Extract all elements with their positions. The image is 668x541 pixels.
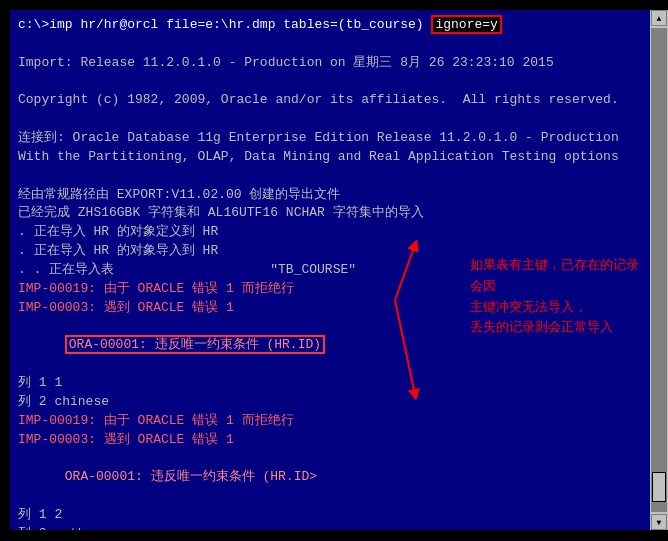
import-obj-def: . 正在导入 HR 的对象定义到 HR: [18, 223, 650, 242]
export-file-line: 经由常规路径由 EXPORT:V11.02.00 创建的导出文件: [18, 186, 650, 205]
imp-00003-2: IMP-00003: 遇到 ORACLE 错误 1: [18, 431, 650, 450]
imp-00019-2: IMP-00019: 由于 ORACLE 错误 1 而拒绝行: [18, 412, 650, 431]
ignore-param: ignore=y: [431, 15, 501, 34]
annotation-box: 如果表有主键，已存在的记录会因 主键冲突无法导入， 丢失的记录则会正常导入: [470, 255, 640, 338]
blank-line-2: [18, 73, 650, 92]
blank-line-3: [18, 110, 650, 129]
svg-line-2: [395, 300, 415, 395]
command-line: c:\>imp hr/hr@orcl file=e:\hr.dmp tables…: [18, 16, 650, 35]
scroll-down-button[interactable]: ▼: [651, 514, 667, 530]
import-release-line: Import: Release 11.2.0.1.0 - Production …: [18, 54, 650, 73]
annotation-arrow-svg2: [390, 295, 420, 415]
svg-line-0: [395, 245, 415, 300]
scroll-up-button[interactable]: ▲: [651, 10, 667, 26]
scrollbar-thumb[interactable]: [652, 472, 666, 502]
row1-col1: 列 1 1: [18, 374, 650, 393]
scrollbar[interactable]: ▲ ▼: [650, 10, 668, 530]
blank-line-1: [18, 35, 650, 54]
with-line: With the Partitioning, OLAP, Data Mining…: [18, 148, 650, 167]
row2-col1: 列 1 2: [18, 506, 650, 525]
blank-line-4: [18, 167, 650, 186]
connected-line: 连接到: Oracle Database 11g Enterprise Edit…: [18, 129, 650, 148]
ora-00001-2-line: ORA-00001: 违反唯一约束条件 (HR.ID>: [18, 449, 650, 506]
row2-col2: 列 2 math: [18, 525, 650, 530]
row1-col2: 列 2 chinese: [18, 393, 650, 412]
ora-00001-2: ORA-00001: 违反唯一约束条件 (HR.ID>: [65, 469, 317, 484]
charset-line: 已经完成 ZHS16GBK 字符集和 AL16UTF16 NCHAR 字符集中的…: [18, 204, 650, 223]
annotation-text: 如果表有主键，已存在的记录会因 主键冲突无法导入， 丢失的记录则会正常导入: [470, 257, 639, 334]
scrollbar-track[interactable]: [651, 28, 667, 512]
error-block-2: IMP-00019: 由于 ORACLE 错误 1 而拒绝行 IMP-00003…: [18, 412, 650, 506]
ora-00001-1: ORA-00001: 违反唯一约束条件 (HR.ID): [65, 335, 325, 354]
terminal-window: c:\>imp hr/hr@orcl file=e:\hr.dmp tables…: [10, 10, 658, 530]
copyright-line: Copyright (c) 1982, 2009, Oracle and/or …: [18, 91, 650, 110]
